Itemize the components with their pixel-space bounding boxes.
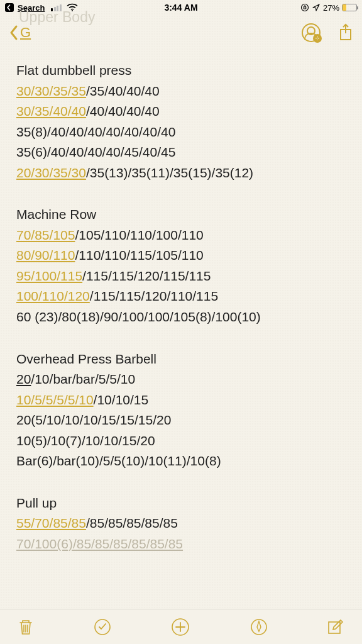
text-segment: 35(8)/40/40/40/40/40/40/40 [16,125,175,139]
text-segment: 10(5)/10(7)/10/10/15/20 [16,433,155,448]
section-title: Pull up [16,493,346,514]
log-row: 70/100(6)/85/85/85/85/85/85 [16,534,346,555]
linked-segment[interactable]: 80/90/110 [16,248,75,262]
location-icon [312,3,321,12]
linked-segment[interactable]: 20/30/35/30 [16,165,86,180]
log-row: 35(6)/40/40/40/40/45/40/45 [16,142,346,163]
svg-point-1 [301,4,308,11]
text-segment: /10/bar/bar/5/5/10 [31,372,135,386]
folder-title-ghost: Upper Body [19,9,95,26]
new-note-plus-button[interactable] [170,617,190,637]
plus-badge-icon: + [313,34,322,43]
log-row: 70/85/105/105/110/110/100/110 [16,225,346,246]
nav-bar: Upper Body G + [0,15,362,50]
text-segment: 60 (23)/80(18)/90/100/100/105(8)/100(10) [16,309,261,324]
draw-button[interactable] [250,618,268,636]
linked-segment[interactable]: 95/100/115 [16,269,82,283]
log-row: 100/110/120/115/115/120/110/115 [16,286,346,307]
bottom-toolbar [0,609,362,644]
checklist-button[interactable] [93,618,112,636]
linked-segment[interactable]: 30/30/35/35 [16,84,86,98]
linked-segment[interactable]: 10/5/5/5/5/10 [16,392,94,407]
note-body[interactable]: Flat dumbbell press30/30/35/35/35/40/40/… [0,53,362,609]
log-row: Bar(6)/bar(10)/5/5(10)/10(11)/10(8) [16,451,346,472]
linked-segment[interactable]: 100/110/120 [16,289,90,303]
compose-button[interactable] [327,618,344,636]
status-right: 27% [300,3,357,13]
text-segment: /105/110/110/100/110 [75,228,203,242]
svg-rect-7 [329,622,340,633]
log-row: 20/10/bar/bar/5/5/10 [16,369,346,390]
text-segment: 35(6)/40/40/40/40/45/40/45 [16,145,175,159]
log-row: 20/30/35/30/35(13)/35(11)/35(15)/35(12) [16,163,346,184]
delete-button[interactable] [18,618,34,636]
section-3: Pull up55/70/85/85/85/85/85/85/8570/100(… [16,493,346,555]
log-row: 55/70/85/85/85/85/85/85/85 [16,513,346,534]
back-button-label: G [20,25,31,41]
section-1: Machine Row70/85/105/105/110/110/100/110… [16,204,346,327]
status-time: 3:44 AM [164,3,197,13]
text-segment: /35/40/40/40 [86,84,160,98]
text-segment: /115/115/120/115/115 [82,269,211,283]
log-row: 10(5)/10(7)/10/10/15/20 [16,431,346,452]
log-row: 35(8)/40/40/40/40/40/40/40 [16,122,346,143]
log-row: 10/5/5/5/5/10/10/10/15 [16,390,346,411]
section-title: Machine Row [16,204,346,225]
back-to-app-icon[interactable] [5,3,14,12]
orientation-lock-icon [300,3,309,12]
linked-segment[interactable]: 70/100(6)/85/85/85/85/85/85 [16,536,183,551]
share-button[interactable] [338,23,353,42]
section-2: Overhead Press Barbell20/10/bar/bar/5/5/… [16,349,346,472]
text-segment: /10/10/15 [94,392,149,407]
svg-rect-2 [304,7,306,9]
text-segment: 20(5/10/10/10/15/15/15/20 [16,413,171,427]
back-button[interactable]: G [9,25,31,41]
log-row: 20(5/10/10/10/15/15/15/20 [16,410,346,431]
text-segment: /35(13)/35(11)/35(15)/35(12) [86,165,253,180]
text-segment: /40/40/40/40 [86,104,160,118]
text-segment: /110/110/115/105/110 [75,248,203,262]
linked-segment[interactable]: 70/85/105 [16,228,75,242]
text-segment: 20 [16,372,31,386]
log-row: 60 (23)/80(18)/90/100/100/105(8)/100(10) [16,307,346,328]
log-row: 30/30/35/35/35/40/40/40 [16,81,346,102]
battery-icon [342,4,357,11]
section-title: Overhead Press Barbell [16,349,346,370]
text-segment: /85/85/85/85/85 [86,516,178,530]
text-segment: /115/115/120/110/115 [90,289,218,303]
log-row: 95/100/115/115/115/120/115/115 [16,266,346,287]
text-segment: Bar(6)/bar(10)/5/5(10)/10(11)/10(8) [16,453,221,468]
section-title: Flat dumbbell press [16,60,346,81]
collaborate-button[interactable]: + [302,23,321,42]
linked-segment[interactable]: 30/35/40/40 [16,104,86,118]
section-0: Flat dumbbell press30/30/35/35/35/40/40/… [16,60,346,183]
linked-segment[interactable]: 55/70/85/85 [16,516,86,530]
log-row: 30/35/40/40/40/40/40/40 [16,101,346,122]
log-row: 80/90/110/110/110/115/105/110 [16,245,346,266]
battery-percent: 27% [323,3,339,13]
